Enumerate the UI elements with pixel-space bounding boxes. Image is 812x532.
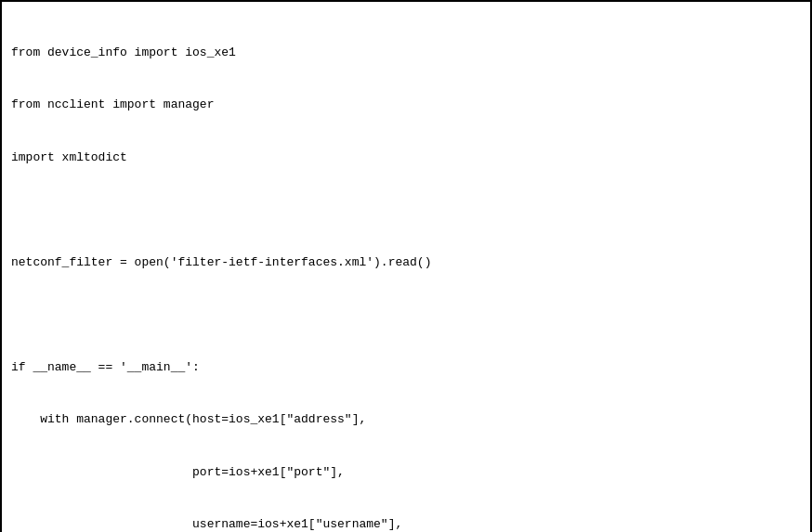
- code-line-9: port=ios+xe1["port"],: [11, 464, 801, 482]
- code-editor: from device_info import ios_xe1 from ncc…: [0, 0, 812, 532]
- code-line-10: username=ios+xe1["username"],: [11, 516, 801, 532]
- code-line-5: netconf_filter = open('filter-ietf-inter…: [11, 254, 801, 272]
- code-line-2: from ncclient import manager: [11, 97, 801, 114]
- code-line-6: [11, 306, 801, 324]
- code-line-7: if __name__ == '__main__':: [11, 359, 801, 377]
- code-line-4: [11, 201, 801, 219]
- code-content: from device_info import ios_xe1 from ncc…: [11, 9, 801, 532]
- code-line-1: from device_info import ios_xe1: [11, 45, 801, 62]
- code-line-3: import xmltodict: [11, 149, 801, 167]
- code-line-8: with manager.connect(host=ios_xe1["addre…: [11, 411, 801, 429]
